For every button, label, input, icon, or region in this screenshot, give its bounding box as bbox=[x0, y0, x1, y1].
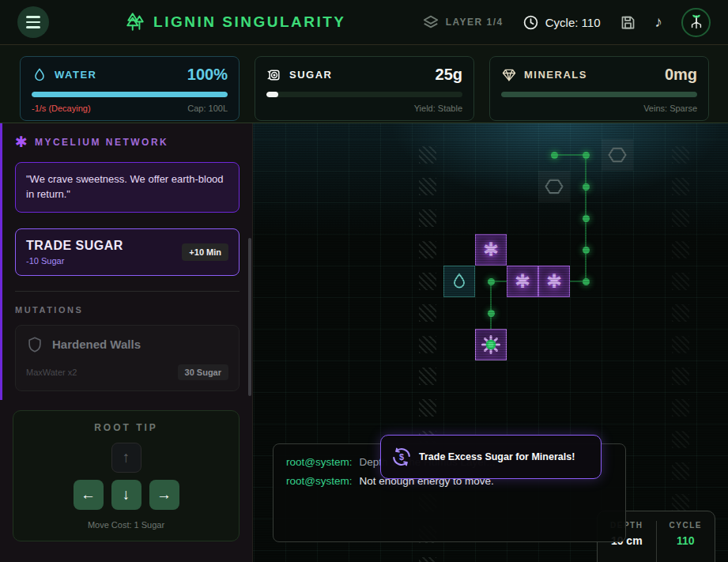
trade-sugar-button[interactable]: TRADE SUGAR -10 Sugar +10 Min bbox=[15, 228, 240, 276]
hamburger-menu-button[interactable] bbox=[17, 6, 49, 38]
sidebar-scrollbar-thumb[interactable] bbox=[248, 238, 251, 396]
mutation-hardened-walls-button[interactable]: Hardened Walls MaxWater x2 30 Sugar bbox=[15, 325, 240, 391]
cycle-stat-label: CYCLE bbox=[657, 521, 715, 530]
mutation-name: Hardened Walls bbox=[52, 338, 141, 351]
mycelium-asterisk-icon: ✱ bbox=[483, 240, 499, 259]
minerals-resource-card: MINERALS 0mg Veins: Sparse bbox=[489, 56, 709, 121]
droplet-icon bbox=[450, 272, 469, 291]
root-path-node bbox=[488, 310, 495, 317]
move-left-button[interactable]: ← bbox=[74, 480, 104, 510]
rock-tile bbox=[419, 399, 436, 417]
trade-cycle-dollar-icon: $ bbox=[391, 447, 412, 467]
mutation-effect: MaxWater x2 bbox=[26, 368, 77, 377]
rock-tile bbox=[672, 304, 689, 322]
mycelium-tile[interactable]: ✱ bbox=[475, 234, 507, 266]
clock-icon bbox=[522, 14, 539, 31]
mycelium-tile[interactable]: ✱ bbox=[538, 266, 570, 297]
music-toggle-button[interactable]: ♪ bbox=[655, 13, 663, 31]
rock-tile bbox=[419, 178, 436, 195]
cycle-indicator: Cycle: 110 bbox=[522, 14, 601, 31]
water-resource-card: WATER 100% -1/s (Decaying) Cap: 100L bbox=[20, 56, 240, 121]
avatar[interactable] bbox=[681, 8, 711, 37]
mineral-hex-node[interactable] bbox=[538, 171, 570, 202]
trade-sugar-reward-badge: +10 Min bbox=[182, 243, 228, 261]
hamburger-line bbox=[26, 21, 40, 24]
header-controls: LAYER 1/4 Cycle: 110 ♪ bbox=[422, 8, 711, 37]
hexagon-icon bbox=[606, 144, 628, 166]
water-decay-note: -1/s (Decaying) bbox=[32, 104, 91, 113]
mycelium-quote: "We crave sweetness. We offer earth-bloo… bbox=[15, 162, 240, 213]
root-tip-panel: ROOT TIP ↑ ← ↓ → Move Cost: 1 Sugar bbox=[13, 410, 240, 541]
sugar-progress-bar bbox=[266, 92, 462, 97]
move-right-button[interactable]: → bbox=[149, 480, 179, 510]
minerals-label: MINERALS bbox=[524, 69, 587, 81]
move-up-button[interactable]: ↑ bbox=[111, 443, 141, 473]
rock-tile bbox=[672, 462, 689, 480]
hexagon-icon bbox=[543, 175, 565, 198]
water-progress-fill bbox=[32, 92, 228, 97]
rock-tile bbox=[672, 178, 689, 195]
root-path-node bbox=[583, 247, 590, 254]
root-path-segment bbox=[553, 154, 587, 156]
minerals-value: 0mg bbox=[665, 66, 697, 84]
root-path-node bbox=[583, 183, 590, 190]
layer-indicator: LAYER 1/4 bbox=[422, 13, 504, 31]
root-path-node bbox=[583, 215, 590, 222]
trade-sugar-title: TRADE SUGAR bbox=[26, 239, 123, 253]
sidebar: ✱ MYCELIUM NETWORK "We crave sweetness. … bbox=[0, 123, 253, 562]
rock-tile bbox=[672, 146, 689, 164]
divider bbox=[15, 291, 240, 292]
rock-tile bbox=[419, 241, 436, 258]
mutations-title: MUTATIONS bbox=[15, 305, 240, 315]
root-path-node bbox=[583, 152, 590, 159]
svg-text:$: $ bbox=[399, 452, 404, 462]
trees-logo-icon bbox=[125, 12, 145, 32]
root-path-node bbox=[488, 278, 495, 285]
minerals-veins-note: Veins: Sparse bbox=[643, 104, 697, 113]
save-button[interactable] bbox=[620, 14, 636, 31]
mycelium-network-title: MYCELIUM NETWORK bbox=[35, 137, 168, 148]
trade-toast: $ Trade Excess Sugar for Minerals! bbox=[380, 435, 602, 479]
move-down-button[interactable]: ↓ bbox=[111, 480, 141, 510]
rock-tile bbox=[672, 399, 689, 417]
root-path-node bbox=[551, 152, 558, 159]
rock-tile bbox=[419, 557, 436, 562]
rock-tile bbox=[419, 336, 436, 353]
rock-tile bbox=[419, 273, 436, 290]
console-prompt: root@system: bbox=[286, 456, 352, 468]
rock-tile bbox=[672, 431, 689, 448]
rock-tile bbox=[672, 209, 689, 227]
humus-layer-glow bbox=[253, 123, 728, 250]
rock-tile bbox=[419, 146, 436, 164]
rock-tile bbox=[672, 494, 689, 511]
console-prompt: root@system: bbox=[286, 475, 352, 487]
asterisk-icon: ✱ bbox=[15, 134, 28, 149]
water-cap-note: Cap: 100L bbox=[187, 104, 228, 113]
sugar-resource-card: SUGAR 25g Yield: Stable bbox=[255, 56, 474, 121]
game-board[interactable]: root@system:Depth 1: The Humus Layer...r… bbox=[253, 123, 728, 562]
layer-label: LAYER 1/4 bbox=[446, 17, 504, 28]
page-title: LIGNIN SINGULARITY bbox=[153, 13, 345, 31]
mycelium-tile[interactable]: ✱ bbox=[507, 266, 538, 297]
cycle-stat-value: 110 bbox=[657, 534, 715, 547]
app-header: LIGNIN SINGULARITY LAYER 1/4 Cycle: 110 bbox=[0, 0, 728, 45]
water-pocket-tile[interactable] bbox=[443, 266, 475, 297]
sugar-yield-note: Yield: Stable bbox=[414, 104, 462, 113]
droplet-icon bbox=[32, 67, 47, 83]
minerals-progress-fill bbox=[501, 92, 697, 97]
mycelium-asterisk-icon: ✱ bbox=[546, 272, 562, 291]
water-progress-bar bbox=[32, 92, 228, 97]
mineral-hex-node[interactable] bbox=[602, 139, 633, 171]
rock-tile bbox=[672, 241, 689, 258]
rock-tile bbox=[419, 304, 436, 322]
root-tip-tile[interactable] bbox=[475, 329, 507, 360]
minerals-progress-bar bbox=[501, 92, 697, 97]
toast-message: Trade Excess Sugar for Minerals! bbox=[419, 451, 575, 462]
hamburger-line bbox=[26, 26, 40, 28]
sidebar-scroll-region: ✱ MYCELIUM NETWORK "We crave sweetness. … bbox=[0, 123, 252, 400]
root-tip-title: ROOT TIP bbox=[25, 422, 228, 433]
mycelium-network-header: ✱ MYCELIUM NETWORK bbox=[15, 134, 240, 149]
resource-bar: WATER 100% -1/s (Decaying) Cap: 100L SUG… bbox=[0, 45, 728, 123]
move-cost-note: Move Cost: 1 Sugar bbox=[25, 520, 228, 530]
rock-tile bbox=[672, 273, 689, 290]
